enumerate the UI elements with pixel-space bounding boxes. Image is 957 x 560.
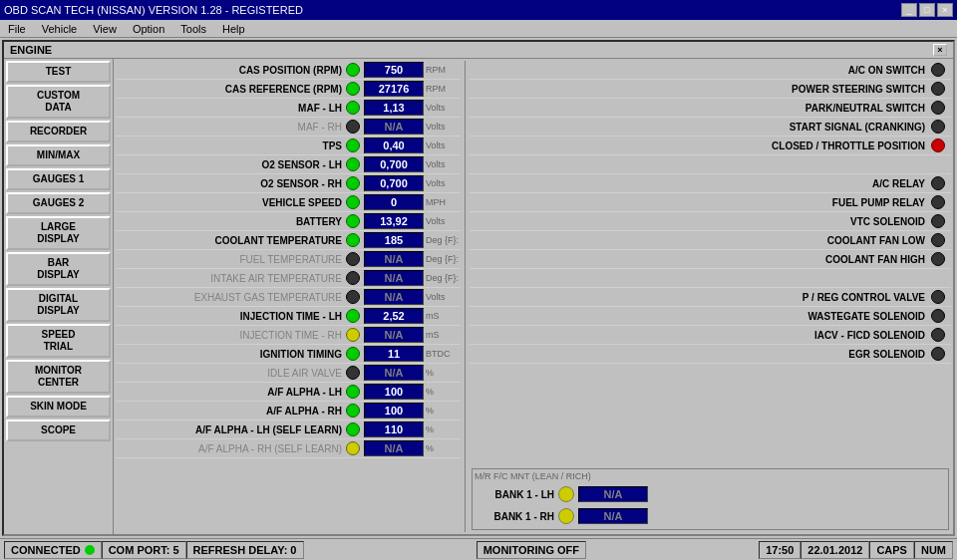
mr-row: BANK 1 - RH N/A (475, 505, 946, 527)
data-label: COOLANT TEMPERATURE (116, 235, 346, 246)
sidebar-item-scope[interactable]: SCOPE (6, 420, 111, 441)
data-panel: CAS POSITION (RPM) 750 RPM CAS REFERENCE… (114, 59, 953, 534)
right-indicator (931, 252, 945, 266)
data-unit: mS (426, 330, 461, 340)
sidebar-item-gauges1[interactable]: GAUGES 1 (6, 168, 111, 190)
data-value: N/A (364, 289, 424, 305)
menu-tools[interactable]: Tools (176, 23, 210, 35)
data-unit: RPM (426, 84, 461, 94)
mr-section: M/R F/C MNT (LEAN / RICH) BANK 1 - LH N/… (472, 468, 949, 530)
data-value: 27176 (364, 81, 424, 97)
data-label: FUEL TEMPERATURE (116, 254, 346, 265)
sidebar-item-test[interactable]: TEST (6, 61, 111, 83)
data-unit: MPH (426, 197, 461, 207)
right-data-row: VTC SOLENOID (470, 212, 951, 231)
menu-vehicle[interactable]: Vehicle (38, 23, 81, 35)
sidebar-item-large-display[interactable]: LARGE DISPLAY (6, 216, 111, 250)
data-label: IGNITION TIMING (116, 349, 346, 360)
data-value: N/A (364, 270, 424, 286)
right-data-row: A/C RELAY (470, 174, 951, 193)
left-data-row: CAS POSITION (RPM) 750 RPM (116, 61, 461, 80)
data-label: A/F ALPHA - LH (116, 387, 346, 398)
left-data-row: O2 SENSOR - RH 0,700 Volts (116, 174, 461, 193)
right-label: A/C ON SWITCH (848, 65, 931, 76)
data-indicator (346, 120, 360, 134)
right-data-row: EGR SOLENOID (470, 345, 951, 364)
sidebar-item-gauges2[interactable]: GAUGES 2 (6, 192, 111, 214)
data-value: N/A (364, 365, 424, 381)
sidebar-item-bar-display[interactable]: BAR DISPLAY (6, 252, 111, 286)
maximize-button[interactable]: □ (919, 3, 935, 17)
connected-indicator (85, 545, 95, 555)
sidebar-item-custom-data[interactable]: CUSTOM DATA (6, 85, 111, 119)
mr-value: N/A (578, 508, 648, 524)
menu-view[interactable]: View (89, 23, 121, 35)
data-value: 11 (364, 346, 424, 362)
engine-close-button[interactable]: × (933, 44, 947, 56)
right-indicator (931, 328, 945, 342)
sidebar-item-recorder[interactable]: RECORDER (6, 121, 111, 142)
data-indicator (346, 422, 360, 436)
right-data: A/C ON SWITCH POWER STEERING SWITCH PARK… (465, 61, 951, 532)
status-caps: CAPS (869, 541, 914, 559)
data-unit: % (426, 387, 461, 397)
data-unit: RPM (426, 65, 461, 75)
data-indicator (346, 366, 360, 380)
data-label: VEHICLE SPEED (116, 197, 346, 208)
data-indicator (346, 404, 360, 418)
data-indicator (346, 176, 360, 190)
data-value: 0 (364, 194, 424, 210)
title-bar: OBD SCAN TECH (NISSAN) VERSION 1.28 - RE… (0, 0, 957, 20)
sidebar-item-speed-trial[interactable]: SPEED TRIAL (6, 324, 111, 358)
data-unit: % (426, 443, 461, 453)
data-indicator (346, 347, 360, 361)
right-indicator (931, 309, 945, 323)
sidebar: TEST CUSTOM DATA RECORDER MIN/MAX GAUGES… (4, 59, 114, 534)
data-unit: Volts (426, 140, 461, 150)
right-label: VTC SOLENOID (850, 216, 931, 227)
data-value: 185 (364, 232, 424, 248)
right-label: A/C RELAY (872, 178, 931, 189)
menu-option[interactable]: Option (129, 23, 168, 35)
right-data-row: CLOSED / THROTTLE POSITION (470, 137, 951, 155)
right-indicator (931, 101, 945, 115)
left-data-row: INTAKE AIR TEMPERATURE N/A Deg {F}: (116, 269, 461, 288)
menu-file[interactable]: File (4, 23, 30, 35)
menu-help[interactable]: Help (218, 23, 249, 35)
minimize-button[interactable]: _ (901, 3, 917, 17)
data-value: N/A (364, 251, 424, 267)
data-indicator (346, 82, 360, 96)
left-data-row: IGNITION TIMING 11 BTDC (116, 345, 461, 364)
left-data-row: FUEL TEMPERATURE N/A Deg {F}: (116, 250, 461, 269)
engine-header: ENGINE × (4, 42, 953, 59)
right-data-row: COOLANT FAN LOW (470, 231, 951, 250)
data-columns: CAS POSITION (RPM) 750 RPM CAS REFERENCE… (116, 61, 951, 532)
sidebar-item-digital-display[interactable]: DIGITAL DISPLAY (6, 288, 111, 322)
mr-value: N/A (578, 486, 648, 502)
status-refresh: REFRESH DELAY: 0 (186, 541, 304, 559)
left-data-row: IDLE AIR VALVE N/A % (116, 364, 461, 383)
left-data-row: A/F ALPHA - LH (SELF LEARN) 110 % (116, 420, 461, 439)
status-bar: CONNECTED COM PORT: 5 REFRESH DELAY: 0 M… (0, 538, 957, 560)
right-indicator (931, 63, 945, 77)
data-label: INTAKE AIR TEMPERATURE (116, 273, 346, 284)
data-label: CAS POSITION (RPM) (116, 65, 346, 76)
sidebar-item-skin-mode[interactable]: SKIN MODE (6, 396, 111, 418)
right-data-row: WASTEGATE SOLENOID (470, 307, 951, 326)
left-data-row: EXHAUST GAS TEMPERATURE N/A Volts (116, 288, 461, 307)
data-unit: Volts (426, 159, 461, 169)
data-value: 0,700 (364, 156, 424, 172)
data-unit: BTDC (426, 349, 461, 359)
data-value: 0,700 (364, 175, 424, 191)
window-controls: _ □ × (901, 3, 953, 17)
data-unit: Deg {F}: (426, 273, 461, 283)
data-indicator (346, 271, 360, 285)
left-data-row: MAF - RH N/A Volts (116, 118, 461, 137)
data-value: N/A (364, 440, 424, 456)
main-container: ENGINE × TEST CUSTOM DATA RECORDER MIN/M… (0, 38, 957, 538)
sidebar-item-monitor-center[interactable]: MONITOR CENTER (6, 360, 111, 394)
data-label: MAF - LH (116, 103, 346, 114)
close-button[interactable]: × (937, 3, 953, 17)
sidebar-item-min-max[interactable]: MIN/MAX (6, 144, 111, 166)
data-indicator (346, 385, 360, 399)
